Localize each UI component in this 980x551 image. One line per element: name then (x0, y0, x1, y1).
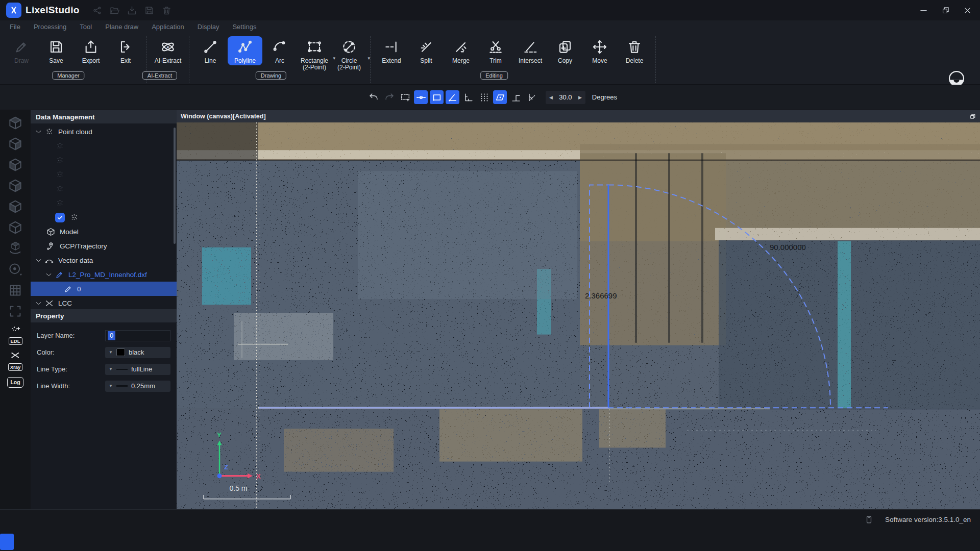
tree-item-pc-item-2[interactable] (31, 153, 177, 167)
share-icon[interactable] (92, 5, 103, 16)
tool-trim[interactable]: Trim (478, 36, 513, 65)
tree-item-gcp-trajectory[interactable]: GCP/Trajectory (31, 239, 177, 253)
view-bottom-button[interactable] (8, 136, 23, 152)
restore-button[interactable] (941, 6, 950, 15)
tool-delete[interactable]: Delete (617, 36, 652, 65)
view-left-button[interactable] (8, 157, 23, 172)
import-icon[interactable] (127, 5, 137, 16)
view-back-button[interactable] (8, 220, 23, 235)
menu-tool[interactable]: Tool (73, 23, 99, 31)
canvas-viewport[interactable]: 90.000000 2.366699 Y X Z 0.5 m (177, 122, 980, 509)
notification-button[interactable] (0, 534, 14, 550)
move-icon (592, 39, 608, 55)
title-bar: LixelStudio (0, 0, 980, 20)
canvas-restore-icon[interactable] (969, 113, 976, 120)
tool-merge[interactable]: Merge (444, 36, 478, 65)
axis-snap-button[interactable] (461, 90, 475, 104)
menu-processing[interactable]: Processing (27, 23, 73, 31)
angle-spinner[interactable]: ◀30.0▶ (546, 91, 585, 104)
edl-mode-button[interactable]: EDL (9, 324, 22, 345)
plane-draw-button[interactable] (493, 90, 507, 104)
cube-top-icon (8, 115, 23, 131)
ortho-mode-button[interactable] (509, 90, 523, 104)
grid-snap-button[interactable] (477, 90, 491, 104)
tree-item-pc-item-3[interactable] (31, 167, 177, 182)
snap-node-button[interactable] (414, 90, 428, 104)
menu-display[interactable]: Display (191, 23, 226, 31)
tool-exit[interactable]: Exit (108, 36, 143, 65)
view-right-button[interactable] (8, 178, 23, 193)
tree-item-pc-item-4[interactable] (31, 182, 177, 196)
menu-settings[interactable]: Settings (226, 23, 263, 31)
tool-split[interactable]: Split (409, 36, 444, 65)
visibility-checkbox[interactable] (55, 213, 65, 222)
view-front-button[interactable] (8, 199, 23, 214)
tool-rectangle-2point[interactable]: Rectangle(2-Point)▾ (297, 36, 332, 72)
chevron-down-icon[interactable] (35, 299, 42, 307)
tool-polyline[interactable]: Polyline (228, 36, 262, 65)
rect2p-icon (306, 39, 323, 55)
menu-application[interactable]: Application (145, 23, 191, 31)
angle-constraint-button[interactable] (525, 90, 538, 104)
tree-item-pc-item-1[interactable] (31, 139, 177, 153)
open-file-icon[interactable] (109, 5, 120, 16)
menu-plane-draw[interactable]: Plane draw (99, 23, 145, 31)
tree-item-layer-0[interactable]: 0 (31, 282, 177, 296)
tool-export[interactable]: Export (74, 36, 108, 65)
tool-line[interactable]: Line (193, 36, 228, 65)
device-icon (864, 515, 874, 524)
tool-arc[interactable]: Arc (262, 36, 297, 65)
xray-mode-button[interactable]: Xray (8, 350, 23, 371)
delete-file-icon[interactable] (161, 5, 172, 16)
save-file-icon[interactable] (144, 5, 155, 16)
tree-item-pc-item-6[interactable] (31, 210, 177, 224)
tree-item-vector-data[interactable]: Vector data (31, 253, 177, 267)
spinner-increment-icon[interactable]: ▶ (578, 95, 582, 100)
redo-button[interactable] (382, 90, 396, 104)
color-select[interactable]: ▼black (105, 347, 170, 358)
xray-icon (9, 350, 21, 363)
tool-intersect[interactable]: Intersect (513, 36, 548, 65)
snap-rect-button[interactable] (430, 90, 444, 104)
chevron-down-icon[interactable] (35, 128, 42, 136)
undo-button[interactable] (366, 90, 380, 104)
layer-name-input[interactable]: 0 (105, 330, 170, 341)
pointcloud-icon (44, 127, 54, 137)
tool-copy[interactable]: Copy (548, 36, 582, 65)
tree-item-model[interactable]: Model (31, 224, 177, 239)
close-button[interactable] (963, 6, 972, 15)
tree-item-pc-item-5[interactable] (31, 196, 177, 210)
tree-item-point-cloud[interactable]: Point cloud (31, 124, 177, 139)
grid-view-button[interactable] (8, 283, 23, 298)
line-width-select[interactable]: ▼0.25mm (105, 381, 170, 392)
menu-file[interactable]: File (3, 23, 27, 31)
snap-angle-button[interactable] (446, 90, 459, 104)
grid-view-icon (8, 283, 23, 298)
tool-move[interactable]: Move (582, 36, 617, 65)
spinner-decrement-icon[interactable]: ◀ (549, 95, 553, 100)
log-panel-button[interactable]: Log (7, 377, 23, 388)
tool-ai-extract[interactable]: AIAI-Extract (151, 36, 185, 65)
orbit-center-button[interactable] (8, 262, 23, 277)
rotate-view-button[interactable] (8, 241, 23, 256)
pointcloud-icon (55, 156, 65, 165)
tool-extend[interactable]: Extend (374, 36, 409, 65)
tool-circle-2point[interactable]: Circle(2-Point)▾ (332, 36, 366, 72)
view-top-button[interactable] (8, 115, 23, 131)
tool-label: Exit (120, 58, 131, 64)
tree-scrollbar[interactable] (174, 128, 176, 244)
svg-text:AI: AI (166, 46, 169, 49)
line-type-select[interactable]: ▼fullLine (105, 364, 170, 375)
tree-item-dxf-file[interactable]: L2_Pro_MD_Innenhof.dxf (31, 267, 177, 282)
dropdown-caret-icon[interactable]: ▾ (368, 56, 370, 61)
point-cloud-view[interactable]: 90.000000 2.366699 Y X Z 0.5 m (177, 122, 980, 509)
length-measurement-label: 2.366699 (585, 291, 617, 300)
marquee-select-button[interactable] (398, 90, 412, 104)
chevron-down-icon[interactable] (35, 257, 42, 264)
minimize-button[interactable] (919, 6, 928, 15)
angle-value[interactable]: 30.0 (557, 93, 574, 101)
tree-item-lcc[interactable]: LCC (31, 296, 177, 310)
tool-save[interactable]: Save (39, 36, 74, 65)
fit-view-button[interactable] (8, 304, 23, 319)
chevron-down-icon[interactable] (45, 271, 53, 279)
